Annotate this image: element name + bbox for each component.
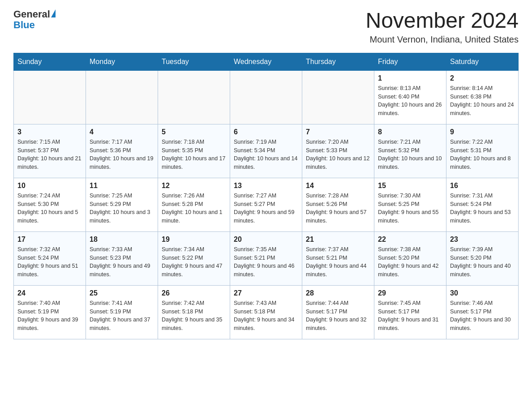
day-number: 25 (90, 289, 154, 297)
day-info: Sunrise: 7:31 AMSunset: 5:24 PMDaylight:… (450, 192, 515, 225)
calendar-cell: 21Sunrise: 7:37 AMSunset: 5:21 PMDayligh… (302, 231, 374, 285)
day-number: 1 (378, 74, 442, 82)
header-cell-saturday: Saturday (446, 53, 519, 70)
day-number: 28 (306, 289, 370, 297)
day-info: Sunrise: 7:42 AMSunset: 5:18 PMDaylight:… (162, 299, 226, 333)
day-info: Sunrise: 7:25 AMSunset: 5:29 PMDaylight:… (90, 192, 154, 225)
day-info: Sunrise: 7:30 AMSunset: 5:25 PMDaylight:… (378, 192, 442, 225)
header-cell-tuesday: Tuesday (158, 53, 230, 70)
month-title: November 2024 (365, 9, 519, 33)
day-number: 15 (378, 182, 442, 190)
day-info: Sunrise: 8:14 AMSunset: 6:38 PMDaylight:… (450, 84, 515, 118)
logo-text-blue: Blue (13, 20, 35, 30)
day-number: 11 (90, 182, 154, 190)
day-info: Sunrise: 7:18 AMSunset: 5:35 PMDaylight:… (162, 138, 226, 171)
calendar-cell: 29Sunrise: 7:45 AMSunset: 5:17 PMDayligh… (374, 285, 446, 339)
calendar-table: SundayMondayTuesdayWednesdayThursdayFrid… (13, 53, 519, 339)
day-number: 4 (90, 128, 154, 136)
day-number: 18 (90, 235, 154, 244)
calendar-header: SundayMondayTuesdayWednesdayThursdayFrid… (14, 53, 519, 70)
day-number: 3 (17, 128, 82, 136)
calendar-cell: 6Sunrise: 7:19 AMSunset: 5:34 PMDaylight… (230, 124, 302, 178)
calendar-cell: 30Sunrise: 7:46 AMSunset: 5:17 PMDayligh… (446, 285, 519, 339)
calendar-cell: 2Sunrise: 8:14 AMSunset: 6:38 PMDaylight… (446, 70, 519, 124)
day-info: Sunrise: 7:43 AMSunset: 5:18 PMDaylight:… (234, 299, 298, 333)
day-info: Sunrise: 7:41 AMSunset: 5:19 PMDaylight:… (90, 299, 154, 333)
calendar-cell: 26Sunrise: 7:42 AMSunset: 5:18 PMDayligh… (158, 285, 230, 339)
day-number: 7 (306, 128, 370, 136)
day-number: 10 (17, 182, 82, 190)
calendar-week-4: 17Sunrise: 7:32 AMSunset: 5:24 PMDayligh… (14, 231, 519, 285)
calendar-week-5: 24Sunrise: 7:40 AMSunset: 5:19 PMDayligh… (14, 285, 519, 339)
day-info: Sunrise: 7:34 AMSunset: 5:22 PMDaylight:… (162, 245, 226, 279)
calendar-cell: 20Sunrise: 7:35 AMSunset: 5:21 PMDayligh… (230, 231, 302, 285)
calendar-cell: 16Sunrise: 7:31 AMSunset: 5:24 PMDayligh… (446, 178, 519, 231)
day-number: 22 (378, 235, 442, 244)
logo-triangle-icon (51, 9, 56, 17)
calendar-cell: 22Sunrise: 7:38 AMSunset: 5:20 PMDayligh… (374, 231, 446, 285)
day-number: 14 (306, 182, 370, 190)
calendar-cell: 12Sunrise: 7:26 AMSunset: 5:28 PMDayligh… (158, 178, 230, 231)
day-number: 13 (234, 182, 298, 190)
calendar-cell (14, 70, 86, 124)
day-info: Sunrise: 7:17 AMSunset: 5:36 PMDaylight:… (90, 138, 154, 171)
calendar-cell: 11Sunrise: 7:25 AMSunset: 5:29 PMDayligh… (86, 178, 158, 231)
day-number: 6 (234, 128, 298, 136)
day-info: Sunrise: 7:24 AMSunset: 5:30 PMDaylight:… (17, 192, 82, 225)
day-info: Sunrise: 7:38 AMSunset: 5:20 PMDaylight:… (378, 245, 442, 279)
day-number: 30 (450, 289, 515, 297)
calendar-cell: 18Sunrise: 7:33 AMSunset: 5:23 PMDayligh… (86, 231, 158, 285)
calendar-cell (302, 70, 374, 124)
calendar-cell: 3Sunrise: 7:15 AMSunset: 5:37 PMDaylight… (14, 124, 86, 178)
day-info: Sunrise: 7:45 AMSunset: 5:17 PMDaylight:… (378, 299, 442, 333)
day-number: 20 (234, 235, 298, 244)
logo: General Blue (13, 9, 56, 30)
day-number: 23 (450, 235, 515, 244)
day-number: 5 (162, 128, 226, 136)
day-number: 2 (450, 74, 515, 82)
day-info: Sunrise: 7:33 AMSunset: 5:23 PMDaylight:… (90, 245, 154, 279)
calendar-week-3: 10Sunrise: 7:24 AMSunset: 5:30 PMDayligh… (14, 178, 519, 231)
calendar-cell: 23Sunrise: 7:39 AMSunset: 5:20 PMDayligh… (446, 231, 519, 285)
day-info: Sunrise: 7:21 AMSunset: 5:32 PMDaylight:… (378, 138, 442, 171)
calendar-cell (158, 70, 230, 124)
day-info: Sunrise: 7:22 AMSunset: 5:31 PMDaylight:… (450, 138, 515, 171)
calendar-cell: 10Sunrise: 7:24 AMSunset: 5:30 PMDayligh… (14, 178, 86, 231)
day-info: Sunrise: 7:44 AMSunset: 5:17 PMDaylight:… (306, 299, 370, 333)
day-number: 19 (162, 235, 226, 244)
calendar-cell: 14Sunrise: 7:28 AMSunset: 5:26 PMDayligh… (302, 178, 374, 231)
page-header: General Blue November 2024 Mount Vernon,… (13, 9, 519, 45)
calendar-body: 1Sunrise: 8:13 AMSunset: 6:40 PMDaylight… (14, 70, 519, 339)
day-info: Sunrise: 7:27 AMSunset: 5:27 PMDaylight:… (234, 192, 298, 225)
day-info: Sunrise: 7:35 AMSunset: 5:21 PMDaylight:… (234, 245, 298, 279)
header-cell-thursday: Thursday (302, 53, 374, 70)
header-row: SundayMondayTuesdayWednesdayThursdayFrid… (14, 53, 519, 70)
calendar-cell: 7Sunrise: 7:20 AMSunset: 5:33 PMDaylight… (302, 124, 374, 178)
day-info: Sunrise: 8:13 AMSunset: 6:40 PMDaylight:… (378, 84, 442, 118)
day-info: Sunrise: 7:28 AMSunset: 5:26 PMDaylight:… (306, 192, 370, 225)
calendar-cell: 17Sunrise: 7:32 AMSunset: 5:24 PMDayligh… (14, 231, 86, 285)
calendar-cell: 5Sunrise: 7:18 AMSunset: 5:35 PMDaylight… (158, 124, 230, 178)
day-number: 9 (450, 128, 515, 136)
day-number: 29 (378, 289, 442, 297)
calendar-cell (86, 70, 158, 124)
logo-text-general: General (13, 9, 50, 20)
day-info: Sunrise: 7:46 AMSunset: 5:17 PMDaylight:… (450, 299, 515, 333)
day-info: Sunrise: 7:40 AMSunset: 5:19 PMDaylight:… (17, 299, 82, 333)
calendar-cell (230, 70, 302, 124)
calendar-cell: 4Sunrise: 7:17 AMSunset: 5:36 PMDaylight… (86, 124, 158, 178)
title-block: November 2024 Mount Vernon, Indiana, Uni… (365, 9, 519, 45)
location-subtitle: Mount Vernon, Indiana, United States (365, 34, 519, 45)
calendar-cell: 19Sunrise: 7:34 AMSunset: 5:22 PMDayligh… (158, 231, 230, 285)
header-cell-monday: Monday (86, 53, 158, 70)
day-number: 16 (450, 182, 515, 190)
calendar-cell: 1Sunrise: 8:13 AMSunset: 6:40 PMDaylight… (374, 70, 446, 124)
calendar-cell: 13Sunrise: 7:27 AMSunset: 5:27 PMDayligh… (230, 178, 302, 231)
day-info: Sunrise: 7:26 AMSunset: 5:28 PMDaylight:… (162, 192, 226, 225)
calendar-cell: 9Sunrise: 7:22 AMSunset: 5:31 PMDaylight… (446, 124, 519, 178)
calendar-cell: 28Sunrise: 7:44 AMSunset: 5:17 PMDayligh… (302, 285, 374, 339)
calendar-cell: 24Sunrise: 7:40 AMSunset: 5:19 PMDayligh… (14, 285, 86, 339)
calendar-cell: 25Sunrise: 7:41 AMSunset: 5:19 PMDayligh… (86, 285, 158, 339)
day-number: 24 (17, 289, 82, 297)
day-info: Sunrise: 7:37 AMSunset: 5:21 PMDaylight:… (306, 245, 370, 279)
